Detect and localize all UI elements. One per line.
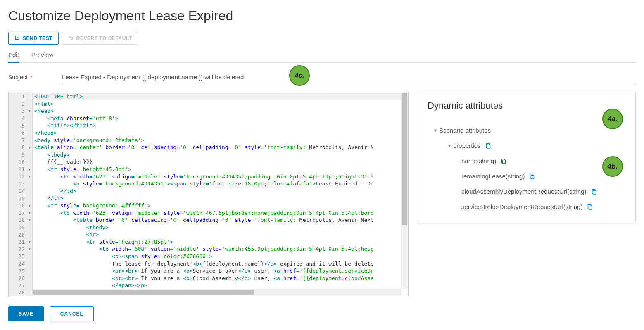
badge-4c: 4c. (289, 65, 310, 86)
tree-label: name(string) (461, 157, 496, 164)
tree-properties[interactable]: ▼ properties (428, 138, 625, 153)
subject-input[interactable] (62, 71, 636, 83)
tree-attribute[interactable]: serviceBrokerDeploymentRequestUrl(string… (428, 199, 625, 214)
save-button[interactable]: SAVE (8, 306, 44, 321)
tree-label: serviceBrokerDeploymentRequestUrl(string… (461, 203, 582, 210)
tree-attribute[interactable]: cloudAssemblyDeploymentRequestUrl(string… (428, 184, 625, 199)
tree-attribute[interactable]: remainingLease(string) (428, 169, 625, 184)
revert-label: REVERT TO DEFAULT (76, 36, 132, 41)
code-editor[interactable]: 123▼45678▼91011▼12▼13141516▼17▼18▼192021… (8, 92, 409, 296)
subject-label: Subject * (8, 74, 62, 81)
svg-rect-5 (589, 206, 592, 209)
side-panel-title: Dynamic attributes (428, 100, 625, 111)
tree-scenario-attributes[interactable]: ▼ Scenario attributes (428, 123, 625, 138)
send-test-label: SEND TEST (23, 36, 52, 41)
copy-icon[interactable] (485, 142, 492, 149)
cancel-button[interactable]: CANCEL (50, 306, 94, 321)
tab-preview[interactable]: Preview (31, 48, 53, 62)
horizontal-scrollbar[interactable] (33, 289, 401, 296)
tree-label: Scenario attributes (439, 127, 491, 134)
vertical-scrollbar[interactable] (401, 92, 408, 289)
badge-4b: 4b. (602, 156, 623, 177)
svg-rect-4 (593, 190, 596, 194)
copy-icon[interactable] (529, 173, 535, 180)
toolbar: SEND TEST REVERT TO DEFAULT (8, 32, 636, 45)
subject-row: Subject * (8, 71, 636, 83)
chevron-down-icon: ▼ (446, 143, 453, 148)
revert-button: REVERT TO DEFAULT (62, 32, 138, 45)
copy-icon[interactable] (591, 188, 597, 195)
tree-label: cloudAssemblyDeploymentRequestUrl(string… (461, 188, 587, 195)
svg-rect-3 (531, 175, 534, 179)
send-test-button[interactable]: SEND TEST (8, 32, 59, 45)
tree-label: properties (453, 142, 481, 149)
svg-rect-0 (15, 36, 19, 40)
bottom-actions: SAVE CANCEL (8, 306, 636, 321)
main-area: 123▼45678▼91011▼12▼13141516▼17▼18▼192021… (8, 92, 636, 296)
tab-edit[interactable]: Edit (8, 48, 19, 63)
tree-label: remainingLease(string) (461, 173, 525, 180)
send-icon (14, 35, 20, 42)
undo-icon (68, 35, 74, 42)
svg-rect-2 (503, 160, 506, 164)
dynamic-attributes-panel: 4a. 4b. Dynamic attributes ▼ Scenario at… (417, 92, 636, 223)
svg-rect-1 (487, 145, 490, 148)
editor-code-area[interactable]: <!DOCTYPE html><html><head> <meta charse… (33, 92, 408, 296)
copy-icon[interactable] (500, 158, 507, 164)
tree-attribute[interactable]: name(string) (428, 153, 625, 169)
chevron-down-icon: ▼ (432, 128, 439, 133)
tabs: Edit Preview (8, 48, 636, 63)
editor-gutter: 123▼45678▼91011▼12▼13141516▼17▼18▼192021… (9, 92, 33, 296)
copy-icon[interactable] (587, 204, 593, 210)
page-title: Customize Deployment Lease Expired (8, 8, 636, 24)
badge-4a: 4a. (602, 109, 623, 129)
